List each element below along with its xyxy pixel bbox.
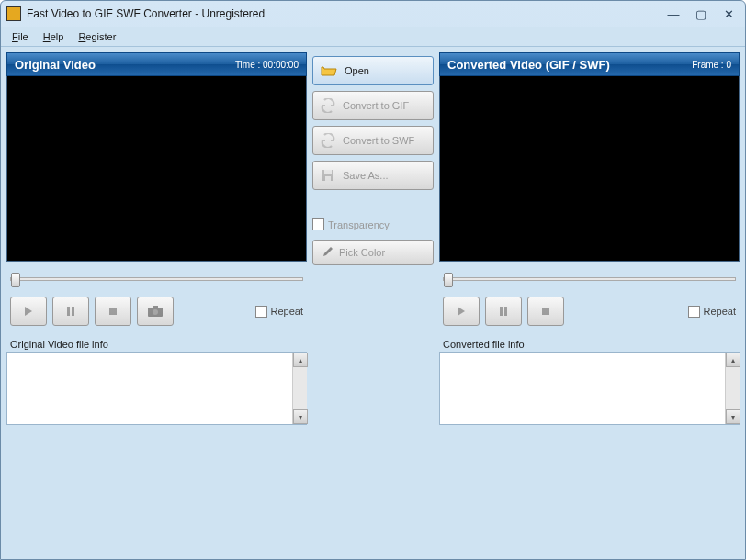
checkbox-icon xyxy=(688,306,700,318)
eyedropper-icon xyxy=(321,246,333,259)
stop-icon xyxy=(107,305,119,318)
pause-button[interactable] xyxy=(52,297,89,326)
window-title: Fast Video to GIF SWF Converter - Unregi… xyxy=(27,7,662,20)
time-label: Time : 00:00:00 xyxy=(235,60,299,70)
menubar: File Help Register xyxy=(1,27,745,47)
converted-panel-header: Converted Video (GIF / SWF) Frame : 0 xyxy=(439,52,740,76)
convert-swf-button[interactable]: Convert to SWF xyxy=(312,126,434,155)
checkbox-icon xyxy=(312,218,324,230)
scrollbar[interactable]: ▴ ▾ xyxy=(725,353,740,424)
pause-icon xyxy=(64,305,77,318)
original-video-viewport xyxy=(6,76,307,262)
converted-info-textarea[interactable]: ▴ ▾ xyxy=(439,352,740,425)
svg-rect-0 xyxy=(67,307,70,316)
scroll-up-icon[interactable]: ▴ xyxy=(726,353,740,367)
pause-button[interactable] xyxy=(485,297,522,326)
stop-icon xyxy=(539,305,552,318)
original-panel-header: Original Video Time : 00:00:00 xyxy=(6,52,307,76)
transparency-label: Transparency xyxy=(328,219,390,230)
svg-rect-1 xyxy=(72,307,74,316)
svg-rect-11 xyxy=(542,308,549,315)
close-button[interactable]: ✕ xyxy=(718,6,740,21)
svg-rect-2 xyxy=(109,308,117,315)
scroll-down-icon[interactable]: ▾ xyxy=(293,409,308,424)
maximize-button[interactable]: ▢ xyxy=(690,6,712,21)
content-area: Original Video Time : 00:00:00 xyxy=(1,47,745,559)
convert-gif-label: Convert to GIF xyxy=(343,100,409,111)
open-label: Open xyxy=(345,65,369,76)
play-icon xyxy=(22,305,35,318)
convert-icon xyxy=(321,133,335,148)
original-video-panel: Original Video Time : 00:00:00 xyxy=(6,52,307,554)
original-repeat-checkbox[interactable]: Repeat xyxy=(255,306,303,318)
menu-help[interactable]: Help xyxy=(38,29,70,44)
convert-icon xyxy=(321,98,335,113)
titlebar[interactable]: Fast Video to GIF SWF Converter - Unregi… xyxy=(1,1,745,27)
svg-point-5 xyxy=(153,309,158,315)
svg-rect-8 xyxy=(325,176,331,181)
stop-button[interactable] xyxy=(527,297,564,326)
pause-icon xyxy=(497,305,510,318)
convert-swf-label: Convert to SWF xyxy=(343,135,414,146)
converted-video-viewport xyxy=(439,76,740,262)
converted-video-panel: Converted Video (GIF / SWF) Frame : 0 xyxy=(439,52,740,554)
snapshot-button[interactable] xyxy=(137,297,174,326)
original-seek-slider[interactable] xyxy=(6,269,307,289)
folder-open-icon xyxy=(321,64,337,77)
convert-gif-button[interactable]: Convert to GIF xyxy=(312,91,434,120)
save-as-label: Save As... xyxy=(343,170,389,181)
svg-rect-9 xyxy=(500,307,503,316)
play-icon xyxy=(455,305,468,318)
camera-icon xyxy=(147,305,164,318)
converted-info-label: Converted file info xyxy=(439,337,740,352)
pick-color-button[interactable]: Pick Color xyxy=(312,240,434,265)
save-icon xyxy=(321,168,335,183)
svg-rect-10 xyxy=(504,307,507,316)
original-controls: Repeat xyxy=(6,297,307,326)
original-panel-title: Original Video xyxy=(15,58,96,72)
scroll-down-icon[interactable]: ▾ xyxy=(726,409,740,424)
scroll-up-icon[interactable]: ▴ xyxy=(293,353,308,367)
svg-rect-7 xyxy=(324,170,332,174)
converted-repeat-checkbox[interactable]: Repeat xyxy=(688,306,736,318)
stop-button[interactable] xyxy=(95,297,131,326)
svg-rect-4 xyxy=(153,306,158,308)
minimize-button[interactable]: — xyxy=(662,6,684,21)
scrollbar[interactable]: ▴ ▾ xyxy=(292,353,307,424)
checkbox-icon xyxy=(255,306,267,318)
converted-controls: Repeat xyxy=(439,297,740,326)
play-button[interactable] xyxy=(10,297,47,326)
slider-thumb[interactable] xyxy=(11,273,20,287)
original-info-label: Original Video file info xyxy=(6,337,307,352)
converted-seek-slider[interactable] xyxy=(439,269,740,289)
main-window: Fast Video to GIF SWF Converter - Unregi… xyxy=(0,0,746,560)
transparency-section: Transparency Pick Color xyxy=(312,207,434,265)
pick-color-label: Pick Color xyxy=(339,247,385,258)
original-info-textarea[interactable]: ▴ ▾ xyxy=(6,352,307,425)
play-button[interactable] xyxy=(443,297,480,326)
app-icon xyxy=(6,6,21,21)
save-as-button[interactable]: Save As... xyxy=(312,161,434,190)
converted-panel-title: Converted Video (GIF / SWF) xyxy=(447,58,610,72)
menu-register[interactable]: Register xyxy=(73,29,121,44)
transparency-checkbox[interactable]: Transparency xyxy=(312,218,434,230)
slider-thumb[interactable] xyxy=(444,273,453,287)
repeat-label: Repeat xyxy=(704,306,736,317)
frame-label: Frame : 0 xyxy=(692,60,731,70)
open-button[interactable]: Open xyxy=(312,56,434,85)
menu-file[interactable]: File xyxy=(6,29,34,44)
center-panel: Open Convert to GIF Convert to SWF Save … xyxy=(312,52,434,554)
repeat-label: Repeat xyxy=(271,306,303,317)
